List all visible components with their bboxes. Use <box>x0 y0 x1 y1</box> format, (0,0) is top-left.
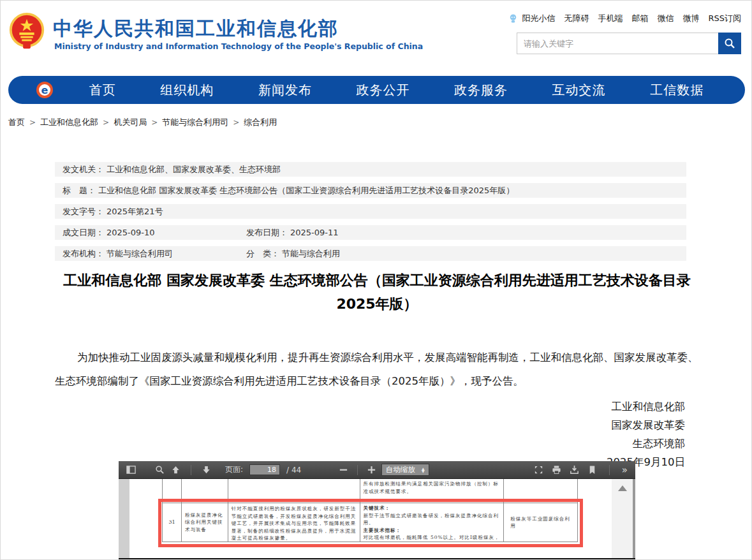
meta-value: 节能与综合利用司 <box>107 246 173 261</box>
meta-label: 分 类： <box>246 246 279 261</box>
nav-item-data[interactable]: 工信数据 <box>650 82 704 99</box>
page-number-input[interactable] <box>249 464 280 475</box>
select-caret-icon: ▲▼ <box>422 468 425 473</box>
signature-mee: 生态环境部 <box>607 434 685 453</box>
breadcrumb-home[interactable]: 首页 <box>8 117 25 128</box>
meta-row-doc-number: 发文字号：2025年第21号 <box>55 204 686 219</box>
presentation-mode-icon[interactable] <box>534 465 543 475</box>
next-page-icon[interactable] <box>202 465 211 475</box>
nav-item-gov-disclosure[interactable]: 政务公开 <box>356 82 409 99</box>
page-title: 工业和信息化部 国家发展改革委 生态环境部公告（国家工业资源综合利用先进适用工艺… <box>55 269 699 316</box>
national-emblem-icon <box>7 11 47 52</box>
zoom-out-icon[interactable] <box>339 465 348 475</box>
rss-link[interactable]: RSS订阅 <box>708 13 741 24</box>
zoom-mode-value: 自动缩放 <box>386 465 415 475</box>
meta-value: 工业和信息化部、国家发展改革委、生态环境部 <box>107 162 281 177</box>
nav-item-home[interactable]: 首页 <box>89 82 116 99</box>
meta-value: 工业和信息化部 国家发展改革委 生态环境部公告（国家工业资源综合利用先进适用工艺… <box>98 183 514 198</box>
xiaoxin-mascot-icon <box>508 13 518 24</box>
meta-label: 发布机构： <box>63 246 104 261</box>
meta-value: 2025-09-11 <box>290 225 339 240</box>
svg-text:e: e <box>41 84 48 96</box>
more-tools-icon[interactable]: » <box>622 464 628 476</box>
search-bar <box>517 33 741 54</box>
meta-row-publisher: 发布机构：节能与综合利用司 分 类：节能与综合利用 <box>55 246 686 261</box>
scroll-up-arrow-icon[interactable] <box>618 485 627 491</box>
mobile-link[interactable]: 手机端 <box>598 13 623 24</box>
nav-item-news[interactable]: 新闻发布 <box>258 82 312 99</box>
sidebar-toggle-icon[interactable] <box>126 465 136 475</box>
highlight-box <box>158 499 583 547</box>
pdf-toolbar: 页面: / 44 自动缩放 ▲▼ <box>119 461 635 479</box>
meta-value: 节能与综合利用 <box>282 246 340 261</box>
weibo-link[interactable]: 微博 <box>682 13 699 24</box>
breadcrumb-miit[interactable]: 工业和信息化部 <box>40 117 98 128</box>
accessibility-link[interactable]: 无障碍 <box>564 13 589 24</box>
toolbar-divider <box>357 465 358 475</box>
meta-label: 成文日期： <box>63 225 104 240</box>
site-subtitle: Ministry of Industry and Information Tec… <box>54 41 423 51</box>
zoom-in-icon[interactable] <box>367 465 376 475</box>
search-icon <box>724 38 735 49</box>
breadcrumb-separator: > <box>233 118 239 127</box>
breadcrumb-energy-dept[interactable]: 节能与综合利用司 <box>162 117 228 128</box>
document-meta: 发文机关：工业和信息化部、国家发展改革委、生态环境部 标 题：工业和信息化部 国… <box>55 162 686 267</box>
breadcrumb-separator: > <box>151 118 158 127</box>
pdf-left-margin <box>119 479 129 560</box>
breadcrumb-separator: > <box>29 118 36 127</box>
mail-link[interactable]: 邮箱 <box>631 13 648 24</box>
nav-item-gov-services[interactable]: 政务服务 <box>454 82 508 99</box>
meta-row-issuing-agency: 发文机关：工业和信息化部、国家发展改革委、生态环境部 <box>55 162 686 177</box>
top-utility-links: 阳光小信 无障碍 手机端 邮箱 微信 微博 RSS订阅 <box>508 13 741 24</box>
nav-item-organization[interactable]: 组织机构 <box>160 82 214 99</box>
signature-ndrc: 国家发展改革委 <box>607 416 685 434</box>
zoom-mode-select[interactable]: 自动缩放 ▲▼ <box>381 464 429 476</box>
pdf-scrollbar[interactable] <box>612 479 633 560</box>
meta-row-title: 标 题：工业和信息化部 国家发展改革委 生态环境部公告（国家工业资源综合利用先进… <box>55 183 686 198</box>
sunshine-xiaoxin-link[interactable]: 阳光小信 <box>522 13 555 24</box>
signature-miit: 工业和信息化部 <box>607 397 685 416</box>
breadcrumb: 首页 > 工业和信息化部 > 机关司局 > 节能与综合利用司 > 综合利用 <box>8 117 277 128</box>
pdf-page: 所有排放检测结果均满足相关国家污染物排放（控制）标准或技术规范要求。 31 粉煤… <box>129 479 612 560</box>
page-label: 页面: <box>225 464 243 475</box>
find-icon[interactable] <box>155 465 165 475</box>
nav-item-interaction[interactable]: 互动交流 <box>552 82 606 99</box>
meta-label: 发文字号： <box>63 204 104 219</box>
page-total: / 44 <box>286 466 301 475</box>
breadcrumb-comprehensive-use[interactable]: 综合利用 <box>244 117 277 128</box>
breadcrumb-separator: > <box>103 118 109 127</box>
meta-row-dates: 成文日期：2025-09-10 发布日期：2025-09-11 <box>55 225 686 240</box>
bookmark-icon[interactable] <box>587 465 597 475</box>
meta-label: 发文机关： <box>63 162 104 177</box>
meta-value: 2025-09-10 <box>107 225 155 240</box>
meta-label: 发布日期： <box>246 225 288 240</box>
wechat-link[interactable]: 微信 <box>657 13 674 24</box>
toolbar-divider <box>609 465 610 475</box>
search-input[interactable] <box>517 33 718 54</box>
pdf-viewer: 页面: / 44 自动缩放 ▲▼ <box>119 461 635 560</box>
site-title[interactable]: 中华人民共和国工业和信息化部 <box>53 16 339 42</box>
pdf-content-area: 所有排放检测结果均满足相关国家污染物排放（控制）标准或技术规范要求。 31 粉煤… <box>119 479 635 560</box>
meta-value: 2025年第21号 <box>107 204 163 219</box>
signature-block: 工业和信息化部 国家发展改革委 生态环境部 2025年9月10日 <box>607 397 685 471</box>
download-icon[interactable] <box>570 465 579 475</box>
meta-label: 标 题： <box>63 183 96 198</box>
previous-page-icon[interactable] <box>171 465 181 475</box>
toolbar-divider <box>191 465 191 475</box>
article-paragraph: 为加快推动工业固废源头减量和规模化利用，提升再生资源综合利用水平，发展高端智能再… <box>55 346 700 393</box>
breadcrumb-departments[interactable]: 机关司局 <box>114 117 147 128</box>
miit-logo-icon: e <box>35 80 54 99</box>
print-icon[interactable] <box>552 465 561 475</box>
main-nav: e 首页 组织机构 新闻发布 政务公开 政务服务 互动交流 工信数据 <box>8 76 745 104</box>
search-button[interactable] <box>718 33 741 54</box>
